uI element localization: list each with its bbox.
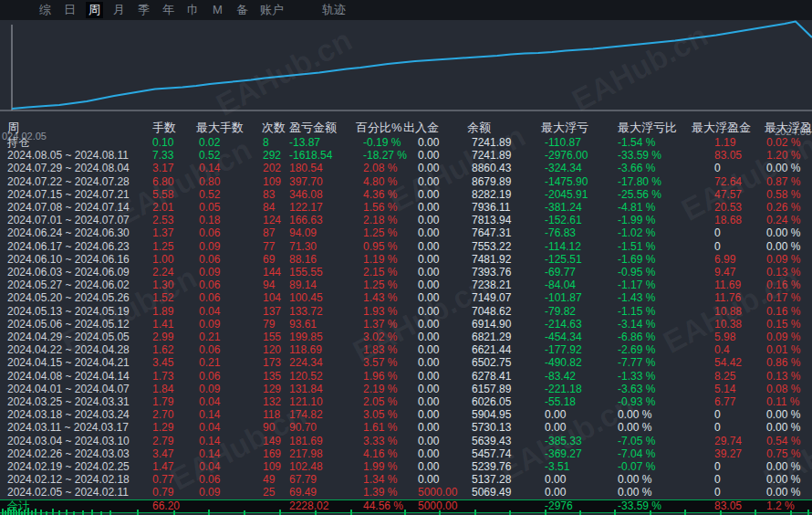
row-period: 2024.05.27 ~ 2024.06.02 <box>7 279 130 291</box>
row-value: -1.15 % <box>618 305 655 318</box>
row-value: 1.20 % <box>766 149 800 162</box>
row-value: 7048.62 <box>472 305 511 318</box>
row-value: 2.18 % <box>363 214 397 226</box>
table-row[interactable]: 2024.06.24 ~ 2024.06.301.370.068794.091.… <box>0 226 812 239</box>
row-value: 39.27 <box>714 447 742 460</box>
row-value: 0.14 <box>199 435 220 447</box>
table-row[interactable]: 2024.06.03 ~ 2024.06.092.240.09144155.55… <box>0 266 812 279</box>
row-value: -84.04 <box>545 279 576 291</box>
table-row[interactable]: 2024.06.17 ~ 2024.06.231.250.097771.300.… <box>0 240 812 253</box>
row-value: 90 <box>263 421 275 434</box>
table-row[interactable]: 2024.03.04 ~ 2024.03.102.790.14149181.69… <box>0 435 812 447</box>
row-value: 0.52 <box>199 188 220 201</box>
table-row[interactable]: 2024.05.13 ~ 2024.05.191.890.04137133.72… <box>0 305 812 318</box>
row-period: 2024.02.05 ~ 2024.02.11 <box>7 486 129 499</box>
table-row[interactable]: 2024.04.08 ~ 2024.04.141.730.06135120.52… <box>0 370 812 383</box>
table-row[interactable]: 2024.04.29 ~ 2024.05.052.990.21155199.85… <box>0 331 812 343</box>
row-value: 6157.89 <box>472 383 511 395</box>
tab-季[interactable]: 季 <box>135 2 152 18</box>
row-period: 2024.05.06 ~ 2024.05.12 <box>7 318 130 331</box>
row-value: 174.82 <box>289 408 323 421</box>
row-value: 0 <box>714 408 721 421</box>
row-value: 94 <box>263 279 275 291</box>
row-value: 1.41 <box>152 318 173 331</box>
table-row[interactable]: 2024.08.05 ~ 2024.08.117.330.52292-1618.… <box>0 149 812 162</box>
histogram-tick <box>13 508 15 515</box>
table-row[interactable]: 2024.03.18 ~ 2024.03.242.700.14118174.82… <box>0 408 812 421</box>
table-row[interactable]: 2024.02.26 ~ 2024.03.033.470.14169217.98… <box>0 447 812 460</box>
tab-日[interactable]: 日 <box>61 2 78 18</box>
row-value: -490.82 <box>545 356 582 369</box>
table-row[interactable]: 2024.04.22 ~ 2024.04.281.620.06120118.69… <box>0 343 812 356</box>
row-value: 3.05 % <box>363 408 397 421</box>
table-row[interactable]: 2024.07.01 ~ 2024.07.072.530.18124166.63… <box>0 214 812 226</box>
row-value: 71.30 <box>289 240 317 253</box>
total-value: -33.59 % <box>618 500 661 512</box>
table-row[interactable]: 2024.07.29 ~ 2024.08.043.170.14202180.54… <box>0 162 812 174</box>
row-value: -55.18 <box>545 395 576 408</box>
table-row[interactable]: 2024.04.15 ~ 2024.04.213.450.21173224.34… <box>0 356 812 369</box>
table-row[interactable]: 2024.03.11 ~ 2024.03.171.290.049090.701.… <box>0 421 812 434</box>
row-value: 7936.11 <box>472 201 511 214</box>
tab-月[interactable]: 月 <box>110 2 128 18</box>
row-value: 149 <box>263 435 281 447</box>
tab-备[interactable]: 备 <box>234 2 251 18</box>
row-value: 1.96 % <box>363 370 397 383</box>
tab-综[interactable]: 综 <box>36 2 54 18</box>
row-value: 1.19 % <box>363 253 397 266</box>
tab-巾[interactable]: 巾 <box>184 2 202 18</box>
table-row[interactable]: 2024.04.01 ~ 2024.04.071.840.09129131.84… <box>0 383 812 395</box>
table-row[interactable]: 2024.02.05 ~ 2024.02.110.790.092569.491.… <box>0 486 812 499</box>
tab-M[interactable]: M <box>209 2 226 18</box>
row-value: 0.79 <box>152 486 173 499</box>
histogram-tick <box>82 510 84 515</box>
table-row[interactable]: 2024.03.25 ~ 2024.03.311.790.04132121.10… <box>0 395 812 408</box>
row-value: 0.00 <box>418 240 439 253</box>
row-value: 0.00 <box>418 343 439 356</box>
row-value: -69.77 <box>545 266 576 279</box>
histogram-tick <box>474 510 476 515</box>
table-row[interactable]: 2024.07.15 ~ 2024.07.215.580.5283346.084… <box>0 188 812 201</box>
row-value: -0.07 % <box>618 460 655 473</box>
row-value: 25 <box>263 486 275 499</box>
histogram-tick <box>404 510 406 515</box>
row-value: 0 <box>714 473 721 486</box>
table-row[interactable]: 2024.05.06 ~ 2024.05.121.410.097993.611.… <box>0 318 812 331</box>
tab-账户[interactable]: 账户 <box>258 2 286 18</box>
column-header: 百分比% <box>356 121 402 134</box>
row-value: -2976.00 <box>545 149 588 162</box>
table-row[interactable]: 2024.07.22 ~ 2024.07.286.800.80109397.70… <box>0 175 812 188</box>
total-value: 2228.02 <box>289 500 328 512</box>
row-value: 0.00 <box>418 279 439 291</box>
row-value: 0 <box>714 421 721 434</box>
column-header: 最大浮盈比 <box>765 121 812 134</box>
tab-年[interactable]: 年 <box>160 2 177 18</box>
table-row[interactable]: 2024.02.19 ~ 2024.02.251.470.04109102.48… <box>0 460 812 473</box>
histogram-tick <box>91 510 93 515</box>
row-period: 持仓 <box>7 136 29 149</box>
table-row[interactable]: 2024.05.20 ~ 2024.05.261.520.06104100.45… <box>0 291 812 304</box>
row-period: 2024.07.15 ~ 2024.07.21 <box>7 188 130 201</box>
row-value: 0.00 <box>545 408 566 421</box>
table-row[interactable]: 2024.02.12 ~ 2024.02.180.770.064967.791.… <box>0 473 812 486</box>
row-value: 0.00 % <box>766 473 800 486</box>
row-value: -83.42 <box>545 370 576 383</box>
row-value: -3.63 % <box>618 383 655 395</box>
row-value: 1.99 % <box>363 460 397 473</box>
tab-周[interactable]: 周 <box>86 2 103 18</box>
table-row[interactable]: 2024.05.27 ~ 2024.06.021.300.069489.141.… <box>0 279 812 291</box>
table-row[interactable]: 2024.06.10 ~ 2024.06.161.000.066988.161.… <box>0 253 812 266</box>
row-value: 0.00 <box>418 447 439 460</box>
row-value: 1.34 % <box>363 473 397 486</box>
row-value: 7238.21 <box>472 279 511 291</box>
histogram-tick <box>73 511 75 515</box>
row-value: 166.63 <box>289 214 323 226</box>
row-period: 2024.08.05 ~ 2024.08.11 <box>7 149 129 162</box>
row-value: 3.02 % <box>363 331 397 343</box>
row-value: 87 <box>263 226 275 239</box>
table-row[interactable]: 2024.07.08 ~ 2024.07.142.010.0584122.171… <box>0 201 812 214</box>
row-value: 109 <box>263 175 281 188</box>
row-value: 54.42 <box>714 356 742 369</box>
tab-轨迹[interactable]: 轨迹 <box>320 2 348 18</box>
table-row[interactable]: 持仓0.100.028-13.87-0.19 %0.007241.89-110.… <box>0 136 812 149</box>
